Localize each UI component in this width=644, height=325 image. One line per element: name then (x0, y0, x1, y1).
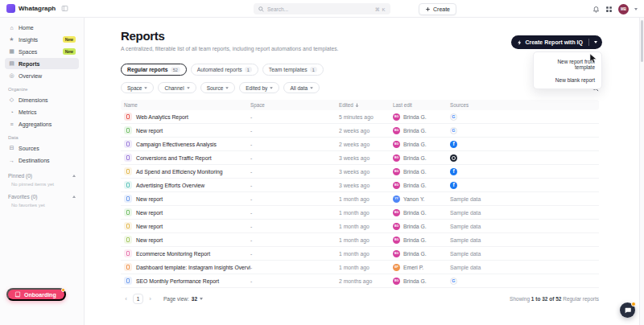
sidebar-item-destinations[interactable]: → Destinations (5, 154, 79, 166)
chat-icon (624, 306, 632, 315)
table-row[interactable]: Ad Spend and Efficiency Monitoring - 3 w… (121, 165, 599, 179)
spaces-icon: ▦ (8, 48, 15, 55)
filter-channel[interactable]: Channel (158, 82, 196, 93)
pagination-current-page[interactable]: 1 (133, 294, 143, 304)
tab-regular-reports[interactable]: Regular reports 52 (121, 64, 187, 76)
search-input[interactable] (267, 6, 348, 12)
report-doc-icon (124, 263, 132, 271)
sidebar-item-label: Insights (19, 37, 38, 43)
doc-glyph (126, 265, 130, 269)
table-row[interactable]: New report - 2 weeks ago BG Brinda G. G (121, 124, 599, 138)
tab-label: Automated reports (197, 67, 242, 72)
report-sources-cell: Sample data (450, 251, 596, 257)
table-row[interactable]: Conversions and Traffic Report - 3 weeks… (121, 151, 599, 165)
table-row[interactable]: Web Analytics Report - 5 minutes ago BG … (121, 110, 599, 124)
notifications-bell-icon[interactable] (592, 6, 600, 13)
report-name-cell: SEO Monthly Performance Report (124, 277, 250, 285)
editor-name: Brinda G. (403, 142, 427, 147)
column-header-space[interactable]: Space (250, 102, 339, 108)
tab-team-templates[interactable]: Team templates 1 (262, 64, 324, 76)
report-edited: 1 month ago (339, 210, 393, 216)
sidebar-item-aggregations[interactable]: ≡ Aggregations (5, 118, 79, 130)
metrics-icon: ◔ (8, 109, 15, 115)
report-doc-icon (124, 181, 132, 189)
table-row[interactable]: New report - 1 month ago BG Brinda G. Sa… (121, 220, 599, 233)
sidebar-item-reports[interactable]: ▤ Reports (5, 58, 79, 69)
sidebar-item-home[interactable]: ⌂ Home (5, 22, 79, 33)
global-search[interactable]: ⌘ K (254, 3, 390, 14)
doc-glyph (126, 237, 130, 242)
report-doc-icon (124, 236, 132, 244)
onboarding-button[interactable]: Onboarding (6, 288, 66, 301)
tab-label: Regular reports (127, 67, 168, 72)
table-footer: ‹ 1 › Page view: 32 Showing 1 to 32 of 5… (121, 294, 599, 304)
sidebar-item-spaces[interactable]: ▦ Spaces New (5, 46, 79, 57)
report-sources-cell: f (450, 141, 596, 148)
apps-grid-icon[interactable] (605, 6, 613, 13)
facebook-source-icon: f (450, 182, 457, 189)
filter-label: Channel (164, 85, 184, 91)
sidebar-item-label: Sources (19, 146, 39, 151)
tab-count-badge: 1 (310, 67, 317, 72)
table-row[interactable]: New report - 1 month ago YY Yanon Y. Sam… (121, 192, 599, 206)
chat-widget-button[interactable] (620, 302, 635, 318)
sidebar-item-dimensions[interactable]: ◇ Dimensions (5, 94, 79, 105)
report-edited: 3 weeks ago (339, 169, 393, 175)
column-header-last-edit[interactable]: Last edit (393, 102, 450, 108)
table-row[interactable]: SEO Monthly Performance Report - 2 month… (121, 274, 599, 288)
report-name: Ecommerce Monitoring Report (136, 251, 210, 257)
source-sample-data-label: Sample data (450, 237, 481, 243)
editor-avatar: BG (393, 113, 400, 121)
scrollbar-thumb[interactable] (641, 20, 643, 62)
table-row[interactable]: Advertising Efforts Overview - 3 weeks a… (121, 179, 599, 192)
menu-item-new-blank-report[interactable]: New blank report (534, 73, 601, 86)
table-row[interactable]: Ecommerce Monitoring Report - 1 month ag… (121, 247, 599, 261)
sidebar-collapse-icon[interactable] (61, 5, 68, 12)
filter-space[interactable]: Space (121, 82, 154, 93)
column-header-sources[interactable]: Sources (450, 102, 596, 108)
editor-avatar: BG (393, 182, 400, 189)
sidebar-item-metrics[interactable]: ◔ Metrics (5, 106, 79, 117)
doc-glyph (126, 210, 130, 215)
notification-dot (61, 288, 65, 292)
section-label-organize: Organize (5, 87, 79, 92)
report-edited: 2 weeks ago (339, 128, 393, 134)
filter-source[interactable]: Source (200, 82, 236, 93)
pinned-group-header[interactable]: Pinned (0) (5, 173, 79, 179)
filter-all-data[interactable]: All data (283, 82, 320, 93)
page-view-selector[interactable]: Page view: 32 (163, 296, 203, 302)
create-report-dropdown-toggle[interactable] (589, 35, 602, 49)
plus-icon (425, 6, 431, 12)
user-menu-chevron-down-icon[interactable] (634, 8, 638, 10)
column-header-name[interactable]: Name (124, 102, 250, 108)
user-avatar[interactable]: MB (618, 4, 629, 14)
source-sample-data-label: Sample data (450, 265, 481, 270)
table-row[interactable]: New report - 1 month ago BG Brinda G. Sa… (121, 206, 599, 220)
book-icon (14, 291, 21, 298)
report-edited: 2 weeks ago (339, 142, 393, 147)
create-button[interactable]: Create (419, 3, 456, 15)
column-header-edited[interactable]: Edited (339, 102, 393, 108)
create-report-with-iq-button[interactable]: Create Report with IQ (511, 35, 602, 49)
report-space: - (250, 128, 339, 134)
report-name: Conversions and Traffic Report (136, 155, 212, 161)
pagination-next-button[interactable]: › (145, 294, 155, 304)
table-row[interactable]: Campaign Effectiveness Analysis - 2 week… (121, 138, 599, 151)
favorites-group-header[interactable]: Favorites (0) (5, 194, 79, 200)
report-name-cell: New report (124, 208, 250, 216)
report-sources-cell (450, 154, 596, 162)
report-name: Web Analytics Report (136, 114, 188, 120)
sidebar-item-overview[interactable]: ◎ Overview (5, 70, 79, 81)
menu-item-new-report-from-template[interactable]: New report from template (534, 55, 601, 73)
table-row[interactable]: New report - 1 month ago BG Brinda G. Sa… (121, 233, 599, 247)
sidebar-item-insights[interactable]: ★ Insights New (5, 34, 79, 45)
report-edited: 1 month ago (339, 251, 393, 257)
filter-edited-by[interactable]: Edited by (239, 82, 279, 93)
create-report-with-iq-main[interactable]: Create Report with IQ (511, 35, 588, 49)
sidebar-item-sources[interactable]: ⊟ Sources (5, 142, 79, 154)
editor-avatar: YY (393, 195, 400, 203)
tab-automated-reports[interactable]: Automated reports 1 (191, 64, 258, 76)
table-row[interactable]: Dashboard template: Instagram Insights O… (121, 261, 599, 274)
report-name-cell: New report (124, 195, 250, 203)
pagination-prev-button[interactable]: ‹ (121, 294, 131, 304)
